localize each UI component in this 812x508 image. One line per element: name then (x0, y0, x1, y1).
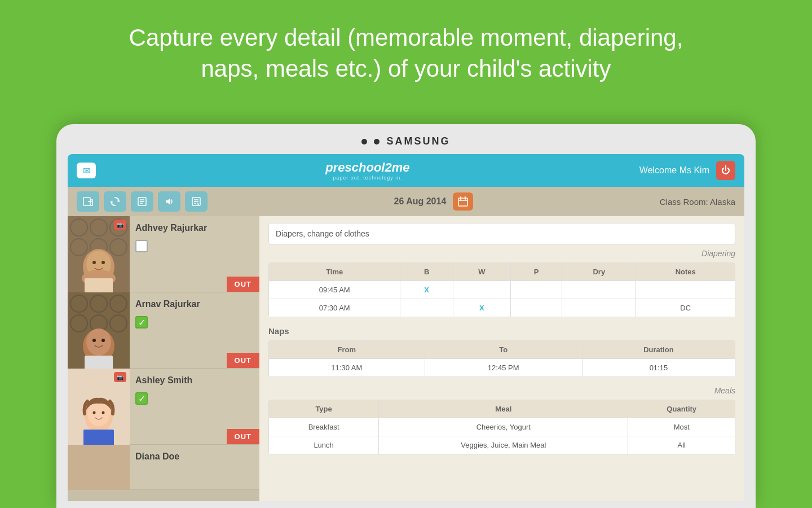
dot-2 (374, 139, 379, 144)
cell-from: 11:30 AM (269, 359, 425, 377)
svg-point-33 (86, 329, 111, 356)
cell-meal: Cheerios, Yogurt (379, 418, 628, 436)
cell-notes: DC (636, 299, 735, 317)
student-info-diana: Diana Doe (130, 445, 259, 489)
tablet-device: SAMSUNG ✉ preschool2me paper out, techno… (56, 124, 756, 508)
svg-rect-24 (85, 278, 113, 292)
student-name-ashley: Ashley Smith (135, 375, 254, 386)
student-list: 📷 Adhvey Rajurkar OUT (68, 216, 259, 501)
table-row: Lunch Veggies, Juice, Main Meal All (269, 436, 735, 454)
notes-button[interactable] (185, 191, 208, 212)
diapering-table: Time B W P Dry Notes 09:45 AM X (268, 262, 735, 317)
svg-rect-36 (85, 356, 113, 369)
cell-to: 12:45 PM (425, 359, 582, 377)
svg-rect-42 (83, 430, 114, 445)
student-name-diana: Diana Doe (135, 452, 254, 462)
student-photo-diana (68, 445, 130, 490)
col-meal: Meal (379, 400, 628, 418)
main-content: 📷 Adhvey Rajurkar OUT (68, 216, 744, 501)
diapering-label: Diapering (268, 249, 735, 258)
student-name-adhvey: Adhvey Rajurkar (135, 223, 254, 233)
svg-point-41 (102, 411, 105, 414)
cell-w: X (453, 299, 510, 317)
student-item[interactable]: 📷 Adhvey Rajurkar OUT (68, 216, 259, 292)
camera-icon-adhvey[interactable]: 📷 (114, 220, 126, 230)
student-name-arnav: Arnav Rajurkar (135, 299, 254, 309)
col-w: W (453, 263, 510, 281)
naps-label: Naps (268, 326, 735, 336)
col-quantity: Quantity (628, 400, 735, 418)
student-photo-ashley: 📷 (68, 369, 130, 445)
report-button[interactable] (131, 191, 153, 212)
col-b: B (400, 263, 453, 281)
calendar-button[interactable] (453, 192, 473, 211)
naps-table: From To Duration 11:30 AM 12:45 PM 01:15 (268, 340, 735, 377)
table-row: 07:30 AM X DC (269, 299, 735, 317)
student-item[interactable]: 📷 Ashley Smith ✓ OUT (68, 369, 259, 445)
student-item[interactable]: Arnav Rajurkar ✓ OUT (68, 292, 259, 369)
cell-p (511, 299, 562, 317)
svg-rect-43 (68, 445, 130, 490)
welcome-text: Welcome Ms Kim (639, 165, 709, 176)
diapering-note-input[interactable] (268, 223, 735, 244)
table-row: Breakfast Cheerios, Yogurt Most (269, 418, 735, 436)
col-notes: Notes (636, 263, 735, 281)
cell-time: 09:45 AM (269, 281, 400, 299)
svg-point-22 (102, 261, 105, 264)
power-button[interactable]: ⏻ (716, 161, 735, 180)
samsung-bar: SAMSUNG (68, 135, 744, 154)
student-checkbox-arnav[interactable]: ✓ (135, 316, 148, 329)
out-button-arnav[interactable]: OUT (227, 353, 259, 368)
cell-quantity: Most (628, 418, 735, 436)
hero-text: Capture every detail (memorable moment, … (0, 0, 812, 95)
logo-area: preschool2me paper out, technology in. (325, 160, 409, 181)
toolbar-center: 26 Aug 2014 (212, 192, 655, 211)
cell-b: X (400, 281, 453, 299)
app-screen: ✉ preschool2me paper out, technology in.… (68, 154, 744, 501)
cell-type: Breakfast (269, 418, 379, 436)
logo-sub: paper out, technology in. (325, 175, 409, 181)
table-row: 09:45 AM X (269, 281, 735, 299)
cell-meal: Veggies, Juice, Main Meal (379, 436, 628, 454)
out-button-ashley[interactable]: OUT (227, 429, 259, 444)
announce-button[interactable] (158, 191, 180, 212)
cell-w (453, 281, 510, 299)
classroom-label: Class Room: Alaska (660, 197, 735, 207)
refresh-button[interactable] (104, 191, 126, 212)
cell-type: Lunch (269, 436, 379, 454)
student-item[interactable]: Diana Doe (68, 445, 259, 490)
toolbar: 26 Aug 2014 Class Room: Alaska (68, 187, 744, 216)
col-from: From (269, 341, 425, 359)
header-right: Welcome Ms Kim ⏻ (639, 161, 735, 180)
mail-icon[interactable]: ✉ (77, 163, 96, 178)
cell-b (400, 299, 453, 317)
col-time: Time (269, 263, 400, 281)
date-label: 26 Aug 2014 (394, 196, 446, 207)
col-p: P (511, 263, 562, 281)
cell-dry (562, 281, 636, 299)
app-header: ✉ preschool2me paper out, technology in.… (68, 154, 744, 187)
svg-rect-8 (458, 198, 467, 206)
student-photo-adhvey: 📷 (68, 216, 130, 292)
cell-p (511, 281, 562, 299)
student-checkbox-ashley[interactable]: ✓ (135, 392, 148, 405)
camera-icon-ashley[interactable]: 📷 (114, 372, 126, 382)
cell-duration: 01:15 (582, 359, 735, 377)
col-duration: Duration (582, 341, 735, 359)
logo-text: preschool2me (325, 160, 409, 175)
checkin-button[interactable] (77, 191, 99, 212)
svg-point-35 (102, 339, 105, 342)
detail-panel: Diapering Time B W P Dry Notes (259, 216, 744, 501)
cell-notes (636, 281, 735, 299)
samsung-label: SAMSUNG (386, 135, 450, 147)
svg-point-34 (92, 339, 96, 342)
table-row: 11:30 AM 12:45 PM 01:15 (269, 359, 735, 377)
meals-table: Type Meal Quantity Breakfast Cheerios, Y… (268, 400, 735, 454)
out-button-adhvey[interactable]: OUT (227, 277, 259, 292)
col-dry: Dry (562, 263, 636, 281)
col-type: Type (269, 400, 379, 418)
col-to: To (425, 341, 582, 359)
header-left: ✉ (77, 163, 96, 178)
student-checkbox-adhvey[interactable] (135, 240, 148, 252)
dot-1 (361, 139, 367, 144)
